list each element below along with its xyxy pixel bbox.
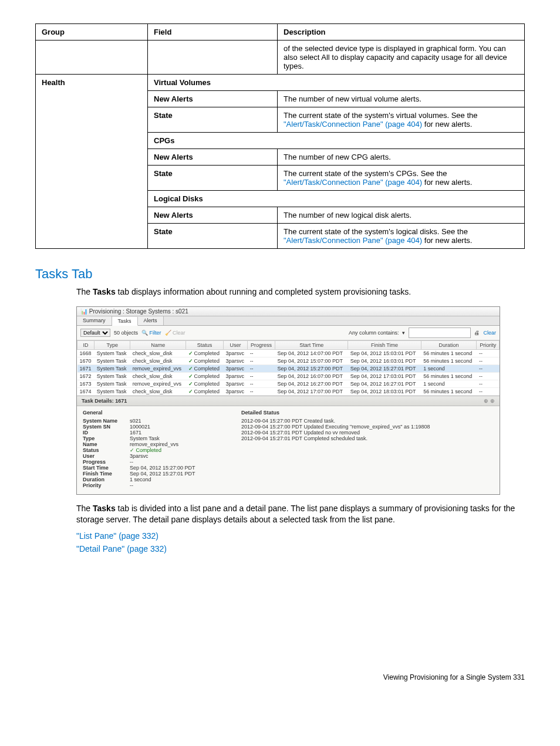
status-line: 2012-09-04 15:27:00 PDT Created task.: [241, 418, 494, 424]
task-row[interactable]: 1671System Taskremove_expired_vvs✓Comple…: [77, 364, 500, 372]
col-header[interactable]: Finish Time: [348, 340, 421, 349]
table-row: Health Virtual Volumes: [36, 75, 525, 91]
detailed-status-panel: Detailed Status 2012-09-04 15:27:00 PDT …: [241, 410, 494, 488]
detail-row: TypeSystem Task: [83, 436, 224, 441]
filter-input[interactable]: [409, 328, 471, 338]
para-2: The Tasks tab is divided into a list pan…: [76, 503, 525, 526]
clear-link[interactable]: Clear: [483, 330, 496, 336]
detail-row: Start TimeSep 04, 2012 15:27:00 PDT: [83, 465, 224, 471]
detail-row: Duration1 second: [83, 477, 224, 482]
col-header[interactable]: Priority: [477, 340, 500, 349]
print-icon[interactable]: 🖨: [474, 330, 480, 336]
section-heading: Tasks Tab: [35, 266, 525, 282]
doc-reference-table: Group Field Description of the selected …: [35, 23, 525, 249]
col-description: Description: [278, 24, 525, 40]
view-select[interactable]: Default: [80, 329, 110, 337]
collapse-expand-icons[interactable]: ⊕ ⊕: [484, 398, 495, 404]
task-row[interactable]: 1674System Taskcheck_slow_disk✓Completed…: [77, 387, 500, 395]
task-row[interactable]: 1673System Taskremove_expired_vvs✓Comple…: [77, 380, 500, 387]
alert-task-link[interactable]: "Alert/Task/Connection Pane" (page 404): [284, 236, 422, 245]
status-line: 2012-09-04 15:27:01 PDT Updated no vv re…: [241, 430, 494, 436]
detail-row: User3parsvc: [83, 453, 224, 459]
filter-link[interactable]: 🔍 Filter: [141, 330, 161, 336]
tab-tasks[interactable]: Tasks: [112, 317, 138, 326]
detail-row: System SN1000021: [83, 424, 224, 430]
tasks-grid[interactable]: IDTypeNameStatusUserProgressStart TimeFi…: [77, 340, 500, 396]
filter-toolbar: Default 50 objects 🔍 Filter 🧹 Clear Any …: [77, 326, 500, 340]
col-field: Field: [148, 24, 278, 40]
tab-alerts[interactable]: Alerts: [138, 316, 164, 325]
detail-row: Status✓ Completed: [83, 447, 224, 453]
col-header[interactable]: Type: [95, 340, 130, 349]
alert-task-link[interactable]: "Alert/Task/Connection Pane" (page 404): [284, 178, 422, 187]
detail-row: System Names021: [83, 418, 224, 424]
detail-row: ID1671: [83, 430, 224, 436]
detail-row: Progress--: [83, 459, 224, 465]
alert-task-link[interactable]: "Alert/Task/Connection Pane" (page 404): [284, 120, 422, 129]
detail-row: Priority--: [83, 482, 224, 488]
task-row[interactable]: 1672System Taskcheck_slow_disk✓Completed…: [77, 372, 500, 380]
col-group: Group: [36, 24, 148, 40]
col-header[interactable]: User: [224, 340, 248, 349]
tab-bar: Summary Tasks Alerts: [77, 316, 500, 326]
any-column-label: Any column contains:: [349, 330, 399, 336]
status-line: 2012-09-04 15:27:00 PDT Updated Executin…: [241, 424, 494, 430]
table-row: of the selected device type is displayed…: [36, 40, 525, 75]
list-pane-link[interactable]: "List Pane" (page 332): [76, 531, 158, 541]
col-header[interactable]: Progress: [248, 340, 275, 349]
col-header[interactable]: ID: [77, 340, 95, 349]
clear-filter-link[interactable]: 🧹 Clear: [165, 330, 185, 336]
window-title: 📊 Provisioning : Storage Systems : s021: [77, 307, 500, 316]
task-details-header: Task Details: 1671 ⊕ ⊕: [77, 396, 500, 406]
detail-row: Nameremove_expired_vvs: [83, 441, 224, 447]
col-header[interactable]: Name: [130, 340, 186, 349]
page-footer: Viewing Provisioning for a Single System…: [35, 673, 525, 681]
detail-row: Finish TimeSep 04, 2012 15:27:01 PDT: [83, 471, 224, 477]
task-row[interactable]: 1668System Taskcheck_slow_disk✓Completed…: [77, 349, 500, 357]
dropdown-icon[interactable]: ▾: [402, 330, 405, 336]
col-header[interactable]: Start Time: [275, 340, 348, 349]
status-line: 2012-09-04 15:27:01 PDT Completed schedu…: [241, 436, 494, 441]
tasks-tab-screenshot: 📊 Provisioning : Storage Systems : s021 …: [76, 306, 500, 495]
col-header[interactable]: Duration: [421, 340, 477, 349]
tab-summary[interactable]: Summary: [77, 316, 112, 325]
detail-pane-link[interactable]: "Detail Pane" (page 332): [76, 544, 167, 553]
task-row[interactable]: 1670System Taskcheck_slow_disk✓Completed…: [77, 357, 500, 364]
object-count: 50 objects: [114, 330, 138, 336]
general-panel: General System Names021System SN1000021I…: [83, 410, 224, 488]
intro-paragraph: The Tasks tab displays information about…: [76, 286, 525, 298]
col-header[interactable]: Status: [186, 340, 224, 349]
